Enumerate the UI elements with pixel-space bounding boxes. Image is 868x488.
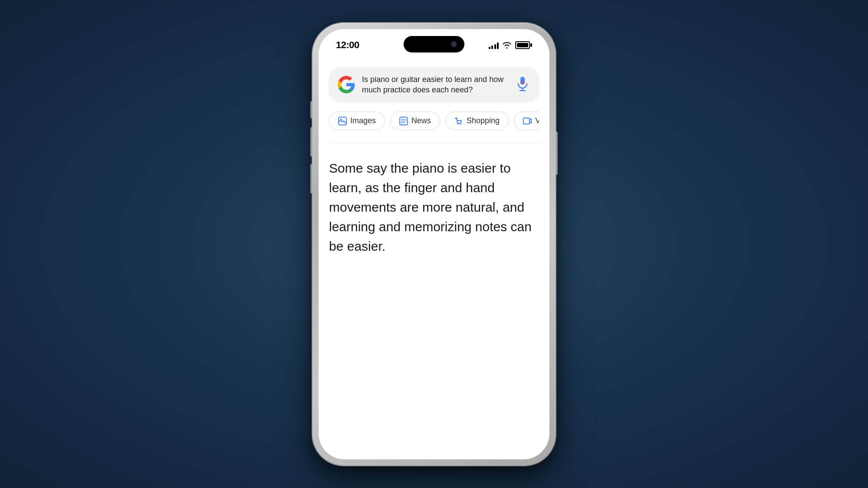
chip-videos[interactable]: Vide...	[514, 111, 539, 130]
dynamic-island	[404, 36, 464, 52]
search-query-text: Is piano or guitar easier to learn and h…	[362, 74, 508, 95]
svg-point-10	[457, 123, 458, 124]
chip-shopping-label: Shopping	[467, 116, 500, 125]
phone-screen: 12:00	[319, 29, 549, 459]
camera-dot	[451, 42, 457, 47]
chip-shopping[interactable]: Shopping	[445, 111, 509, 130]
status-time: 12:00	[336, 39, 359, 51]
filter-chips-row: Images News	[329, 111, 539, 133]
content-divider	[329, 142, 539, 143]
volume-down-button	[310, 164, 312, 193]
mic-icon[interactable]	[515, 75, 530, 94]
status-icons	[489, 41, 533, 49]
wifi-icon	[502, 42, 512, 49]
battery-icon	[515, 41, 532, 49]
chip-videos-label: Vide...	[535, 116, 539, 125]
svg-rect-3	[520, 77, 525, 85]
phone-mockup: 12:00	[312, 23, 556, 465]
google-logo	[338, 76, 355, 93]
svg-rect-12	[523, 118, 529, 124]
search-bar[interactable]: Is piano or guitar easier to learn and h…	[329, 67, 539, 102]
screen-content: Is piano or guitar easier to learn and h…	[319, 54, 549, 256]
signal-icon	[489, 41, 499, 49]
video-icon	[523, 117, 532, 125]
search-result-text: Some say the piano is easier to learn, a…	[329, 158, 539, 256]
mute-button	[310, 101, 312, 118]
image-icon	[338, 117, 347, 125]
news-icon	[399, 117, 408, 125]
chip-news[interactable]: News	[390, 111, 440, 130]
chip-images-label: Images	[350, 116, 376, 125]
volume-up-button	[310, 127, 312, 157]
status-bar: 12:00	[319, 29, 549, 54]
svg-point-11	[460, 123, 461, 124]
chip-news-label: News	[411, 116, 431, 125]
chip-images[interactable]: Images	[329, 111, 385, 130]
shopping-icon	[454, 117, 463, 125]
power-button	[556, 131, 558, 175]
